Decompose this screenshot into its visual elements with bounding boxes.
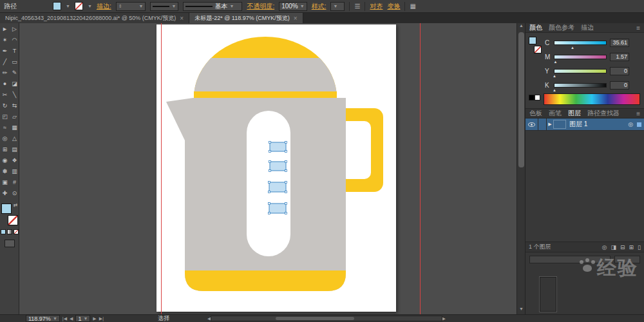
kettle-base-shape[interactable] <box>185 270 346 291</box>
stroke-dropdown-icon[interactable]: ▼ <box>88 4 92 8</box>
width-profile-dropdown-icon[interactable]: ▼ <box>171 4 176 8</box>
pen-tool[interactable]: ✒ <box>0 45 10 56</box>
first-artboard-icon[interactable]: |◀ <box>62 316 67 321</box>
opacity-link[interactable]: 不透明度: <box>247 2 274 11</box>
magenta-slider[interactable]: ▲ <box>554 55 607 59</box>
shape-builder-tool[interactable]: ◎ <box>0 133 10 144</box>
layer-thumbnail[interactable] <box>553 120 566 129</box>
artboard-nav-select[interactable]: 1 ▼ <box>75 315 90 322</box>
blend-tool[interactable]: ❖ <box>10 155 19 166</box>
fill-proxy-swatch[interactable] <box>1 204 12 214</box>
width-tool[interactable]: ≈ <box>0 122 10 133</box>
vertical-scrollbar[interactable]: ▲ ▼ <box>516 23 525 314</box>
scale-tool[interactable]: ◰ <box>0 111 10 122</box>
magenta-slider-handle[interactable]: ▲ <box>554 60 558 64</box>
panel-menu-icon[interactable]: ≡ <box>636 24 640 32</box>
eraser-tool[interactable]: ◪ <box>10 78 19 89</box>
symbol-sprayer-tool[interactable]: ✽ <box>0 166 10 176</box>
prev-artboard-icon[interactable]: ◀ <box>70 316 73 321</box>
tab-close-icon[interactable]: × <box>294 15 298 22</box>
last-artboard-icon[interactable]: ▶| <box>99 316 104 321</box>
color-fill-proxy[interactable] <box>529 37 536 44</box>
mesh-tool[interactable]: ⊞ <box>0 144 10 155</box>
yellow-value[interactable]: 0 <box>610 67 629 75</box>
width-profile-select[interactable]: ▼ <box>150 2 178 11</box>
kettle-stripe-shape[interactable] <box>194 91 337 98</box>
pencil-tool[interactable]: ✎ <box>10 67 19 78</box>
kettle-artwork[interactable] <box>156 24 396 312</box>
cyan-value[interactable]: 35.61 <box>610 39 629 47</box>
lasso-tool[interactable]: ◠ <box>10 34 19 45</box>
locate-object-icon[interactable]: ◎ <box>602 244 607 251</box>
style-select[interactable]: ▼ <box>330 2 345 11</box>
none-mode-button[interactable] <box>14 229 19 234</box>
tab-swatches[interactable]: 色板 <box>529 109 542 118</box>
color-stroke-proxy[interactable] <box>534 46 542 53</box>
layer-name[interactable]: 图层 1 <box>569 120 587 129</box>
delete-layer-icon[interactable]: ▯ <box>638 244 641 251</box>
knife-tool[interactable]: ╲ <box>10 89 19 100</box>
opacity-input[interactable]: 100%▼ <box>279 2 307 11</box>
layer-lock-toggle[interactable] <box>538 118 547 131</box>
shear-tool[interactable]: ▱ <box>10 111 19 122</box>
artwork-preview-thumbnail[interactable] <box>540 277 556 312</box>
arrange-documents-icon[interactable]: ▦ <box>410 3 415 10</box>
paintbrush-tool[interactable]: ✏ <box>0 67 10 78</box>
make-mask-icon[interactable]: ◨ <box>611 244 616 251</box>
layer-row[interactable]: ▶ 图层 1 ◎ <box>526 118 644 131</box>
blend-mode-select[interactable] <box>529 256 611 263</box>
style-link[interactable]: 样式: <box>312 2 327 11</box>
transform-panel-link[interactable]: 变换 <box>387 2 400 11</box>
brush-definition-select[interactable]: 基本▼ <box>183 2 242 11</box>
selection-tool[interactable]: ► <box>0 23 10 34</box>
level-mark-4[interactable] <box>269 204 286 213</box>
scroll-down-icon[interactable]: ▼ <box>517 307 525 314</box>
style-dropdown-icon[interactable]: ▼ <box>333 4 337 8</box>
black-value[interactable]: 0 <box>610 81 629 90</box>
hand-tool[interactable]: ✚ <box>0 187 10 198</box>
stroke-weight-spinner-icon[interactable]: ⇕ <box>118 4 122 9</box>
reflect-tool[interactable]: ⇆ <box>10 100 19 111</box>
layer-target-icon[interactable]: ◎ <box>628 121 633 128</box>
level-mark-3[interactable] <box>269 182 286 192</box>
new-sublayer-icon[interactable]: ⊟ <box>620 244 625 251</box>
next-artboard-icon[interactable]: ▶ <box>93 316 96 321</box>
tab-pathfinder[interactable]: 路径查找器 <box>587 109 620 118</box>
tab-layers[interactable]: 图层 <box>568 109 581 118</box>
level-mark-2[interactable] <box>270 162 286 171</box>
rotate-tool[interactable]: ↻ <box>0 100 10 111</box>
horizontal-scrollbar[interactable]: ◀ ▶ <box>207 315 446 322</box>
stroke-panel-link[interactable]: 描边: <box>97 2 111 11</box>
rectangle-tool[interactable]: ▭ <box>10 56 19 67</box>
vertical-scroll-thumb[interactable] <box>518 32 524 167</box>
free-transform-tool[interactable]: ▦ <box>10 122 19 133</box>
blob-brush-tool[interactable]: ● <box>0 78 10 89</box>
fill-dropdown-icon[interactable]: ▼ <box>66 4 70 8</box>
tab-color[interactable]: 颜色 <box>529 23 542 32</box>
document-setup-icon[interactable]: ☰ <box>354 3 360 10</box>
brush-dropdown-icon[interactable]: ▼ <box>229 4 234 8</box>
magenta-value[interactable]: 1.57 <box>610 53 629 61</box>
scroll-up-icon[interactable]: ▲ <box>517 23 525 31</box>
document-tab-2[interactable]: 未标题-22* @ 118.97% (CMYK/预览) × <box>189 13 303 23</box>
panel-opacity-input[interactable] <box>614 256 640 263</box>
zoom-select[interactable]: 118.97% ▼ <box>26 315 60 322</box>
type-tool[interactable]: T <box>10 45 19 56</box>
opacity-dropdown-icon[interactable]: ▼ <box>300 4 305 8</box>
yellow-slider-handle[interactable]: ▲ <box>553 74 556 78</box>
gradient-tool[interactable]: ▤ <box>10 144 19 155</box>
screen-mode-button[interactable] <box>5 240 15 247</box>
slice-tool[interactable]: # <box>10 176 19 187</box>
scroll-right-icon[interactable]: ▶ <box>442 316 446 321</box>
white-swatch[interactable] <box>535 95 540 100</box>
tab-close-icon[interactable]: × <box>180 15 184 22</box>
tab-stroke[interactable]: 描边 <box>581 23 594 32</box>
stroke-weight-dropdown-icon[interactable]: ▼ <box>139 4 144 8</box>
panel-menu-icon[interactable]: ≡ <box>636 110 640 117</box>
stroke-weight-input[interactable]: ⇕▼ <box>116 2 146 11</box>
level-mark-1[interactable] <box>270 142 286 151</box>
layer-selection-indicator[interactable] <box>637 122 641 127</box>
magic-wand-tool[interactable]: ✶ <box>0 34 10 45</box>
black-slider[interactable]: ▲ <box>554 83 607 88</box>
align-panel-link[interactable]: 对齐 <box>370 2 383 11</box>
